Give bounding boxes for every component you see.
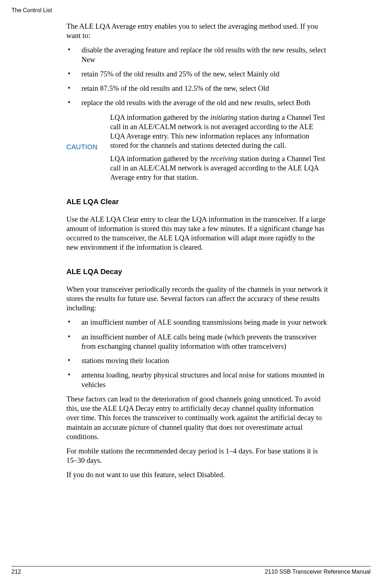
clear-paragraph: Use the ALE LQA Clear entry to clear the… [66, 215, 328, 252]
section-heading-decay: ALE LQA Decay [66, 267, 328, 276]
caution-body: LQA information gathered by the initiati… [110, 113, 328, 182]
manual-title: 2110 SSB Transceiver Reference Manual [265, 569, 371, 575]
caution-paragraph-1: LQA information gathered by the initiati… [110, 113, 328, 150]
emphasis: initiating [211, 113, 237, 121]
list-item: an insufficient number of ALE sounding t… [66, 317, 328, 327]
intro-paragraph: The ALE LQA Average entry enables you to… [66, 22, 328, 40]
running-header: The Control List [11, 7, 52, 14]
text: LQA information gathered by the [110, 155, 211, 163]
decay-explain-paragraph: These factors can lead to the deteriorat… [66, 394, 328, 441]
decay-disable-paragraph: If you do not want to use this feature, … [66, 470, 328, 479]
list-item: retain 87.5% of the old results and 12.5… [66, 84, 328, 93]
page-footer: 212 2110 SSB Transceiver Reference Manua… [11, 566, 371, 575]
emphasis: receiving [211, 155, 238, 163]
avg-options-list: disable the averaging feature and replac… [66, 45, 328, 107]
list-item: stations moving their location [66, 356, 328, 365]
list-item: an insufficient number of ALE calls bein… [66, 332, 328, 351]
decay-intro-paragraph: When your transceiver periodically recor… [66, 284, 328, 313]
list-item: retain 75% of the old results and 25% of… [66, 69, 328, 79]
text: LQA information gathered by the [110, 113, 211, 121]
caution-block: CAUTION LQA information gathered by the … [66, 113, 328, 182]
page: The Control List The ALE LQA Average ent… [0, 0, 382, 588]
list-item: replace the old results with the average… [66, 98, 328, 107]
caution-label: CAUTION [66, 143, 110, 151]
decay-recommend-paragraph: For mobile stations the recommended deca… [66, 446, 328, 465]
section-heading-clear: ALE LQA Clear [66, 197, 328, 206]
caution-paragraph-2: LQA information gathered by the receivin… [110, 154, 328, 182]
list-item: disable the averaging feature and replac… [66, 45, 328, 64]
page-number: 212 [11, 569, 21, 575]
decay-factors-list: an insufficient number of ALE sounding t… [66, 317, 328, 389]
page-content: The ALE LQA Average entry enables you to… [66, 22, 328, 485]
list-item: antenna loading, nearby physical structu… [66, 370, 328, 389]
